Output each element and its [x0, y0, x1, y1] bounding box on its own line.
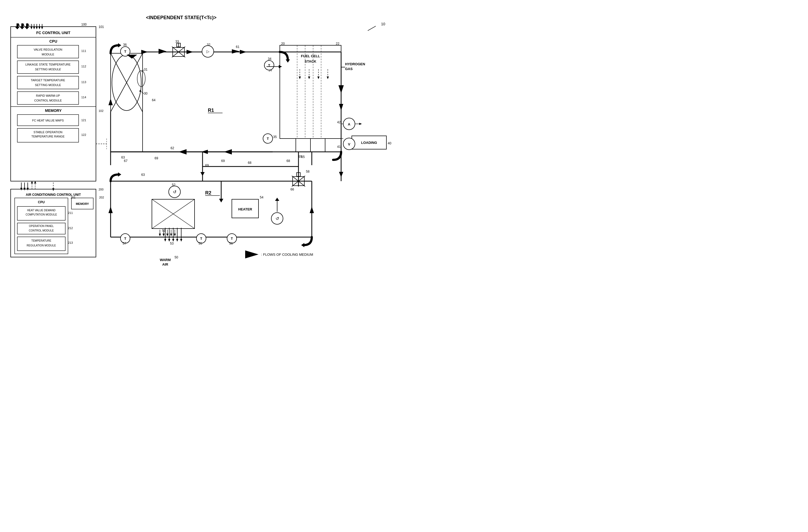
ac-memory-label: MEMORY [76, 202, 89, 205]
valve-regulation-label2: MODULE [41, 53, 54, 56]
flow-arrow-down1 [338, 85, 344, 93]
temp-reg-label1: TEMPERATURE [32, 239, 51, 242]
linkage-label2: SETTING MODULE [35, 68, 61, 71]
number-122: 122 [81, 133, 86, 136]
number-64: 64 [152, 98, 155, 102]
state-label: <INDEPENDENT STATE(T<Tc)> [146, 15, 217, 20]
svg-marker-95 [168, 239, 170, 242]
temp-sensor-56-label: T [231, 236, 233, 241]
cpu-label: CPU [49, 39, 57, 43]
warm-air-label: WARM [160, 258, 170, 262]
number-212: 212 [68, 226, 73, 230]
number-200: 200 [98, 188, 104, 191]
r1-to-r2-flow [339, 172, 343, 177]
svg-marker-54 [286, 59, 290, 63]
rapid-warmup-label1: RAPID WARM-UP [36, 94, 60, 97]
flow-arrow-top2 [159, 49, 167, 54]
number-58: 58 [306, 170, 310, 173]
flow-top-right1 [141, 50, 148, 54]
op-panel-label1: OPERATION PANEL [29, 225, 54, 228]
diagram-container: <INDEPENDENT STATE(T<Tc)> 10 FC CONTROL … [0, 0, 404, 266]
svg-marker-32 [139, 90, 141, 92]
flow-up-left [108, 99, 113, 105]
number-61: 61 [236, 45, 240, 49]
stable-op-label1: STABLE OPERATION [34, 131, 62, 134]
flow-into-r2 [219, 199, 223, 203]
flow-arrow-top1 [232, 49, 240, 54]
rapid-warmup-label2: CONTROL MODULE [34, 99, 62, 102]
voltmeter-symbol: V [348, 142, 350, 146]
svg-marker-94 [164, 239, 166, 242]
svg-marker-44 [308, 76, 310, 79]
number-69-pos: 69 [154, 156, 158, 160]
valve-regulation-label: VALVE REGULATION [34, 48, 62, 51]
svg-marker-28 [52, 188, 54, 191]
number-67: 67 [124, 159, 128, 163]
svg-marker-63 [159, 234, 161, 236]
number-33: 33 [176, 40, 179, 43]
svg-marker-8 [30, 27, 33, 29]
number-41: 41 [337, 145, 341, 149]
pump-54-symbol: ↺ [276, 216, 279, 221]
r2-flow-left [108, 207, 113, 213]
number-42: 42 [337, 120, 341, 124]
ref-number-10: 10 [381, 22, 385, 26]
fc-heat-maps-label: FC HEAT VALUE MAPS [32, 119, 64, 122]
temp-reg-box [17, 237, 65, 251]
svg-marker-48 [327, 76, 329, 79]
target-temp-box [17, 76, 79, 89]
hydrogen-gas-label2: GAS [345, 67, 353, 71]
svg-marker-42 [299, 76, 301, 79]
circulator-symbol: ↺ [173, 190, 177, 194]
temp-sensor-55-label: T [200, 236, 202, 241]
svg-marker-81 [301, 243, 304, 247]
op-panel-label2: CONTROL MODULE [29, 229, 54, 232]
svg-marker-10 [33, 27, 35, 29]
number-30: 30 [144, 92, 148, 95]
number-31: 31 [144, 68, 148, 71]
pump-symbol: ▷ [206, 49, 209, 54]
svg-marker-98 [180, 239, 182, 242]
number-32: 32 [207, 43, 210, 46]
number-68-label: 68 [248, 161, 252, 165]
fuel-cell-label2: STACK [305, 59, 316, 63]
number-57: 57 [123, 242, 126, 245]
r2-label: R2 [205, 190, 211, 195]
number-34: 34 [268, 57, 272, 61]
number-55: 55 [199, 242, 202, 245]
r2-corner-br [304, 237, 312, 245]
number-213: 213 [68, 241, 73, 244]
r1-label: R1 [208, 108, 214, 113]
target-temp-label1: TARGET TEMPERATURE [31, 79, 65, 82]
flow-arrow-up1 [127, 55, 137, 59]
flow-down-right [339, 104, 343, 111]
ammeter-symbol: A [348, 122, 350, 126]
corner-curve-tr [280, 52, 288, 60]
legend-arrow [245, 250, 258, 259]
r2-corner-tl [111, 174, 118, 181]
temp-sensor-35-label: T [267, 137, 269, 141]
number-100: 100 [81, 23, 87, 26]
memory-label: MEMORY [45, 109, 62, 113]
number-102: 102 [98, 109, 104, 112]
svg-marker-80 [118, 172, 121, 177]
svg-marker-53 [118, 43, 121, 48]
number-112: 112 [81, 65, 86, 68]
heat-demand-label2: COMPUTATION MODULE [25, 213, 57, 216]
svg-marker-16 [41, 27, 43, 29]
number-202: 202 [99, 196, 104, 199]
number-22: 22 [336, 42, 339, 45]
number-20: 20 [281, 42, 285, 45]
temp-sensor-57-label: T [124, 236, 126, 241]
number-111: 111 [81, 49, 86, 53]
loading-label: LOADING [361, 141, 377, 145]
flow-69-arrow [200, 172, 205, 176]
heat-demand-label1: HEAT VALUE DEMAND [27, 209, 56, 212]
number-40: 40 [388, 141, 391, 145]
svg-line-0 [368, 26, 376, 31]
valve-regulation-box [17, 45, 79, 58]
temp-sensor-36-label: T [124, 50, 126, 54]
number-65-label: 65 [301, 155, 305, 159]
number-63: 63 [121, 156, 125, 159]
heater-label: HEATER [238, 207, 252, 211]
